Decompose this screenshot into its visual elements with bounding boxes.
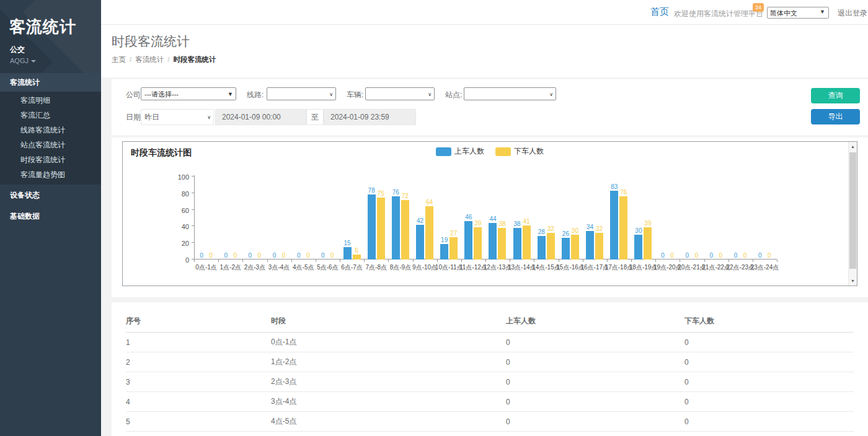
table-cell: 0 xyxy=(684,392,854,412)
table-row[interactable]: 43点-4点00 xyxy=(126,392,854,412)
chart-title: 时段车流统计图 xyxy=(131,147,192,159)
bar-value-label: 26 xyxy=(562,230,569,237)
line-label: 线路: xyxy=(247,90,264,100)
bar xyxy=(343,247,352,259)
table-cell: 0 xyxy=(506,352,684,372)
chart-plot: 0000000000001567875767242641927463944383… xyxy=(194,173,777,259)
bar-group-14: 2832 xyxy=(534,173,558,259)
chart-panel: 时段车流统计图 上车人数下车人数 00000000000015678757672… xyxy=(112,137,868,297)
table-row[interactable]: 10点-1点00 xyxy=(126,333,854,352)
app-logo: 客流统计 xyxy=(0,0,101,38)
x-tick-mark xyxy=(631,259,632,262)
breadcrumb: 主页/客流统计/时段客流统计 xyxy=(112,55,868,64)
bar-group-21: 00 xyxy=(704,173,728,259)
x-tick-label: 23点-24点 xyxy=(751,263,779,272)
table-cell: 2 xyxy=(126,352,271,372)
bar xyxy=(513,228,521,259)
logout-link[interactable]: 退出登录 xyxy=(838,8,867,19)
company-select[interactable]: ---请选择--- xyxy=(141,88,236,100)
x-tick-mark xyxy=(559,259,559,262)
sidebar-subitem-0-4[interactable]: 时段客流统计 xyxy=(0,152,101,167)
station-select-wrap: ∨ xyxy=(464,87,556,100)
x-tick-mark xyxy=(704,259,705,262)
bar xyxy=(619,196,627,259)
scroll-down-icon[interactable]: ▼ xyxy=(849,276,857,286)
scroll-up-icon[interactable]: ▲ xyxy=(849,142,857,151)
sidebar-section-2[interactable]: 基础数据 xyxy=(0,206,101,227)
table-row[interactable]: 21点-2点00 xyxy=(126,352,854,372)
x-tick-mark xyxy=(777,259,777,262)
bar xyxy=(368,194,376,259)
bar xyxy=(377,198,385,260)
breadcrumb-section[interactable]: 客流统计 xyxy=(135,56,164,63)
bar-value-label: 76 xyxy=(392,189,399,196)
sidebar-submenu: 客流明细客流汇总线路客流统计站点客流统计时段客流统计客流量趋势图 xyxy=(0,92,101,185)
org-name: 公交 xyxy=(0,38,101,55)
table-cell: 0 xyxy=(684,412,854,432)
bar-value-label: 0 xyxy=(734,252,738,259)
bar xyxy=(644,227,652,259)
bar-value-label: 0 xyxy=(685,252,689,259)
station-label: 站点: xyxy=(445,90,462,100)
table-cell: 0点-1点 xyxy=(271,333,506,352)
x-tick-label: 5点-6点 xyxy=(317,263,338,272)
x-tick-mark xyxy=(364,259,365,262)
bar-value-label: 32 xyxy=(547,225,554,232)
table-cell: 3 xyxy=(126,372,271,392)
sidebar-subitem-0-3[interactable]: 站点客流统计 xyxy=(0,137,101,152)
legend-item[interactable]: 上车人数 xyxy=(436,146,484,157)
bar-group-16: 3432 xyxy=(583,173,607,259)
y-tick-mark xyxy=(192,242,194,243)
date-from-input[interactable] xyxy=(215,109,306,125)
table-cell: 0 xyxy=(684,372,854,392)
sidebar: 客流统计 公交 AQGJ 客流统计客流明细客流汇总线路客流统计站点客流统计时段客… xyxy=(0,0,101,436)
y-tick-label: 20 xyxy=(164,240,189,247)
org-code-dropdown[interactable]: AQGJ xyxy=(0,55,101,64)
search-button[interactable]: 查询 xyxy=(811,88,860,103)
bar-value-label: 38 xyxy=(498,220,505,227)
table-row[interactable]: 32点-3点00 xyxy=(126,372,854,392)
sidebar-subitem-0-1[interactable]: 客流汇总 xyxy=(0,108,101,123)
date-preset-select[interactable]: 昨日 xyxy=(141,110,213,124)
sidebar-subitem-0-5[interactable]: 客流量趋势图 xyxy=(0,167,101,182)
table-row[interactable]: 54点-5点00 xyxy=(126,412,854,432)
bar-value-label: 0 xyxy=(224,252,228,259)
vehicle-label: 车辆: xyxy=(347,90,363,100)
table-header-cell: 时段 xyxy=(271,311,506,333)
bar-group-20: 00 xyxy=(680,173,704,259)
breadcrumb-home[interactable]: 主页 xyxy=(112,56,126,63)
language-select[interactable]: 简体中文 xyxy=(768,7,828,18)
line-select[interactable] xyxy=(267,88,335,100)
x-tick-label: 7点-8点 xyxy=(366,263,387,272)
vehicle-select[interactable] xyxy=(366,88,434,100)
station-select[interactable] xyxy=(464,88,556,100)
sidebar-subitem-0-0[interactable]: 客流明细 xyxy=(0,93,101,108)
bar-group-8: 7672 xyxy=(388,173,412,259)
sidebar-section-0[interactable]: 客流统计 xyxy=(0,73,101,92)
bar xyxy=(595,233,603,259)
table-cell: 0 xyxy=(506,333,684,352)
scrollbar-thumb[interactable] xyxy=(849,152,856,269)
y-tick-label: 0 xyxy=(164,256,189,264)
legend-item[interactable]: 下车人数 xyxy=(495,146,544,157)
date-to-input[interactable] xyxy=(324,109,416,125)
chart-scrollbar[interactable]: ▲ ▼ xyxy=(848,142,857,286)
sidebar-subitem-0-2[interactable]: 线路客流统计 xyxy=(0,123,101,137)
x-tick-mark xyxy=(607,259,608,262)
table-cell: 0 xyxy=(684,432,854,436)
table-panel: 序号时段上车人数下车人数 10点-1点0021点-2点0032点-3点0043点… xyxy=(112,302,868,436)
sidebar-section-1[interactable]: 设备状态 xyxy=(0,185,101,206)
x-tick-mark xyxy=(437,259,438,262)
filter-panel: 公司: ---请选择--- ▼ 线路: ∨ 车辆: ∨ 站点: ∨ 查询 日期: xyxy=(112,79,868,135)
y-tick-mark xyxy=(192,209,194,210)
home-link[interactable]: 首页 xyxy=(650,6,669,18)
bar-value-label: 30 xyxy=(635,227,642,234)
chevron-down-icon xyxy=(31,60,36,63)
language-select-wrap: 简体中文 ▼ xyxy=(767,7,829,19)
export-button[interactable]: 导出 xyxy=(811,109,860,124)
bar xyxy=(474,227,482,259)
table-row[interactable]: 65点-6点00 xyxy=(126,432,854,436)
bar-value-label: 0 xyxy=(694,252,698,259)
table-cell: 4 xyxy=(126,392,271,412)
bar xyxy=(498,228,506,259)
